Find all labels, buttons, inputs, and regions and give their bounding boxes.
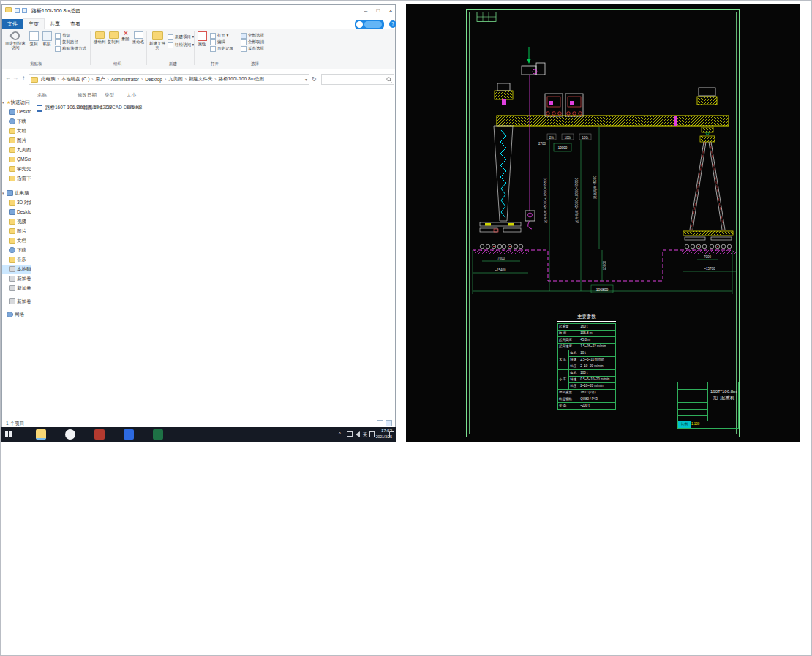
address-dropdown-icon[interactable]: ▾ [305, 77, 307, 82]
sidebar-item-xuexianxian[interactable]: 学先先 [2, 165, 31, 173]
tab-share[interactable]: 共享 [45, 19, 65, 29]
sidebar-quick-access[interactable]: ▾★快速访问 [2, 98, 31, 107]
column-header-type[interactable]: 类型 [105, 92, 114, 99]
notification-center-icon[interactable] [389, 431, 394, 437]
tray-keyboard-icon[interactable] [347, 431, 353, 437]
sidebar-item-desktop-pc[interactable]: Desktop [2, 208, 31, 216]
sidebar-item-videos[interactable]: 视频 [2, 217, 31, 226]
tray-chevron-icon[interactable]: ^ [339, 431, 341, 436]
sidebar-network[interactable]: 网络 [2, 310, 31, 319]
rename-button[interactable]: 重命名 [132, 31, 145, 44]
paste-button[interactable]: 粘贴 [41, 31, 53, 46]
crumb-this-pc[interactable]: 此电脑 [40, 76, 57, 83]
crumb-desktop[interactable]: Desktop [143, 77, 164, 82]
breadcrumb[interactable]: 此电脑› 本地磁盘 (C:)› 用户› Administrator› Deskt… [29, 74, 309, 85]
tray-ime-indicator[interactable]: 英 [363, 431, 367, 438]
search-input[interactable] [321, 74, 394, 85]
sidebar-item-local-disk-c[interactable]: 本地磁盘 (C:) [2, 265, 31, 274]
open-label: 打开 [217, 33, 225, 37]
invert-selection-button[interactable]: 反向选择 [241, 45, 264, 52]
copy-button[interactable]: 复制 [28, 31, 40, 46]
new-folder-button[interactable]: 新建文件夹 [149, 31, 166, 50]
group-label-select: 选择 [251, 61, 259, 67]
sidebar-item-downloads-qa[interactable]: 下载 [2, 117, 31, 126]
taskbar-app-icon-1[interactable] [65, 429, 75, 440]
title-bar[interactable]: 路桥160t-106.8m总图 – □ × [2, 5, 395, 16]
paste-shortcut-label: 粘贴快捷方式 [62, 46, 86, 50]
select-none-label: 全部取消 [248, 39, 264, 44]
sidebar-item-music[interactable]: 音乐 [2, 255, 31, 264]
minimize-button[interactable]: – [360, 6, 372, 15]
tab-file[interactable]: 文件 [2, 19, 23, 29]
help-icon[interactable]: ? [389, 20, 396, 28]
crumb-administrator[interactable]: Administrator [110, 77, 140, 82]
taskbar-app-icon-4[interactable] [153, 429, 163, 440]
left-rigid-leg [494, 83, 513, 221]
edit-button[interactable]: 编辑 [210, 39, 225, 45]
maximize-button[interactable]: □ [372, 6, 384, 15]
sidebar-item-downloads-pc[interactable]: 下载 [2, 246, 31, 255]
pin-to-quick-access-button[interactable]: 固定到快速访问 [4, 31, 26, 50]
this-pc-label: 此电脑 [15, 190, 29, 195]
crumb-c-drive[interactable]: 本地磁盘 (C:) [60, 76, 91, 83]
assistant-overlay-badge[interactable] [355, 20, 384, 29]
tab-home[interactable]: 主页 [23, 18, 45, 29]
history-button[interactable]: 历史记录 [210, 45, 233, 52]
sidebar-item-qmscript[interactable]: QMScript [2, 155, 31, 164]
status-bar: 1 个项目 [2, 418, 395, 427]
column-header-name[interactable]: 名称 [37, 92, 47, 99]
easy-access-button[interactable]: 轻松访问 ▾ [168, 42, 194, 48]
sidebar-this-pc[interactable]: ▾此电脑 [2, 189, 31, 197]
close-button[interactable]: × [385, 6, 396, 15]
paste-shortcut-button[interactable]: 粘贴快捷方式 [55, 45, 86, 52]
ribbon-separator [90, 31, 91, 65]
sidebar-item-volume-e[interactable]: 新加卷 (E:) [2, 284, 31, 293]
crumb-new-folder[interactable]: 新建文件夹 [187, 76, 214, 83]
column-header-date[interactable]: 修改日期 [78, 92, 97, 99]
taskbar-explorer-icon[interactable] [36, 429, 46, 440]
folder-icon [9, 166, 15, 172]
start-button[interactable] [5, 431, 12, 438]
cut-button[interactable]: 剪切 [55, 32, 70, 39]
sidebar-item-volume-d[interactable]: 新加卷 (D:) [2, 274, 31, 283]
qat-icon[interactable] [15, 8, 20, 13]
taskbar-app-icon-2[interactable] [94, 429, 105, 440]
sidebar-item-3d-objects[interactable]: 3D 对象 [2, 198, 31, 207]
up-icon[interactable]: ↑ [19, 75, 28, 81]
right-bogies [681, 231, 737, 254]
edit-label: 编辑 [217, 39, 225, 44]
copy-to-button[interactable]: 复制到 [107, 31, 120, 44]
tab-view[interactable]: 查看 [65, 19, 86, 29]
open-button[interactable]: 打开 ▾ [210, 32, 228, 39]
refresh-icon[interactable]: ↻ [312, 76, 317, 83]
copy-path-button[interactable]: 复制路径 [55, 39, 78, 45]
thumbnail-view-icon[interactable] [386, 420, 392, 426]
select-all-button[interactable]: 全部选择 [241, 32, 264, 39]
sidebar-item-volume-f[interactable]: 新加卷 (F:) [2, 297, 31, 306]
assistant-icon [356, 21, 363, 28]
details-view-icon[interactable] [377, 420, 383, 426]
param-value: 2~10~20 m/min [579, 363, 616, 370]
new-item-button[interactable]: 新建项目 ▾ [168, 34, 194, 40]
move-to-button[interactable]: 移动到 [93, 31, 106, 44]
sidebar-item-jiumeitu[interactable]: 九美图 [2, 146, 31, 154]
select-none-button[interactable]: 全部取消 [241, 39, 264, 45]
taskbar-app-icon-3[interactable] [124, 429, 134, 440]
crumb-jiumeitu[interactable]: 九美图 [167, 76, 184, 83]
file-row[interactable]: 路桥160T-106.8m总图.dwg 2010/1/17 12:28 ZWCA… [32, 104, 391, 113]
crumb-users[interactable]: 用户 [94, 76, 106, 83]
sidebar-item-thunder-downloads[interactable]: 迅雷下载 [2, 174, 31, 183]
sidebar-item-pictures-pc[interactable]: 图片 [2, 227, 31, 235]
column-header-size[interactable]: 大小 [127, 92, 136, 99]
delete-button[interactable]: ×删除 [121, 31, 131, 41]
qat-icon-2[interactable] [22, 8, 27, 13]
crumb-current-folder[interactable]: 路桥160t-106.8m总图 [217, 76, 266, 83]
sidebar-item-documents-qa[interactable]: 文档 [2, 127, 31, 135]
properties-button[interactable]: 属性 [196, 31, 208, 46]
tray-volume-icon[interactable] [356, 431, 360, 437]
sidebar-item-documents-pc[interactable]: 文档 [2, 236, 31, 245]
group-label-clipboard: 剪贴板 [30, 61, 42, 67]
sidebar-item-desktop-qa[interactable]: Desktop [2, 108, 31, 116]
ribbon-separator-3 [194, 31, 195, 65]
sidebar-item-pictures-qa[interactable]: 图片 [2, 136, 31, 145]
